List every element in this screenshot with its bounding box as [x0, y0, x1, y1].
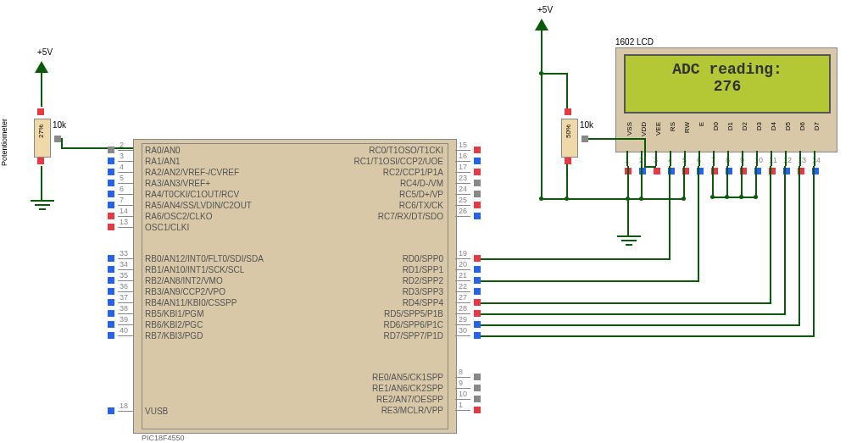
pin-RD7/SPP7/P1D: RD7/SPP7/P1D [383, 331, 443, 341]
lcd-pin-VEE: VEE [654, 122, 662, 136]
wire [541, 30, 542, 200]
pot2-pin-bottom [565, 158, 571, 164]
pin-vusb: VUSB [145, 407, 168, 416]
pot2-reading: 50% [565, 125, 572, 138]
pin-indicator [108, 202, 114, 208]
lcd-pin-D5: D5 [784, 122, 792, 130]
power-5v-right: +5V [537, 5, 553, 14]
pin-RB3/AN9/CCP2/VPO: RB3/AN9/CCP2/VPO [145, 287, 225, 296]
wire [755, 166, 757, 198]
pot2-pin-top [565, 108, 571, 115]
pin-RE0/AN5/CK1SPP: RE0/AN5/CK1SPP [372, 373, 443, 382]
pin-OSC1/CLKI: OSC1/CLKI [145, 223, 189, 232]
pin-RD0/SPP0: RD0/SPP0 [403, 254, 443, 263]
lcd-pin-VDD: VDD [640, 122, 648, 136]
wire [683, 166, 685, 200]
pin-indicator [108, 147, 114, 153]
pot2-resistance: 10k [580, 120, 593, 130]
wire [726, 166, 728, 198]
pin-RD2/SPP2: RD2/SPP2 [403, 276, 443, 285]
pin-RC4/D-/VM: RC4/D-/VM [400, 179, 443, 188]
pin-RD5/SPP5/P1B: RD5/SPP5/P1B [384, 309, 443, 318]
pin-RC2/CCP1/P1A: RC2/CCP1/P1A [383, 168, 443, 177]
pin-indicator [474, 299, 481, 306]
pin-indicator [108, 310, 114, 317]
potentiometer-caption: Potentiometer [0, 119, 8, 166]
wire [712, 166, 714, 198]
pin-indicator [108, 277, 114, 284]
pin-indicator [108, 180, 114, 186]
wire [41, 73, 42, 107]
pin-indicator [108, 321, 114, 328]
lcd-pin-D0: D0 [712, 122, 720, 130]
pin-RB5/KBI1/PGM: RB5/KBI1/PGM [145, 309, 203, 318]
wire [541, 198, 542, 200]
pin-RD1/SPP1: RD1/SPP1 [403, 265, 443, 274]
pin-RC7/RX/DT/SDO: RC7/RX/DT/SDO [378, 212, 443, 221]
pin-indicator [474, 374, 481, 380]
pin-RB1/AN10/INT1/SCK/SCL: RB1/AN10/INT1/SCK/SCL [145, 265, 244, 274]
wire [566, 73, 568, 108]
pin-RA0/AN0: RA0/AN0 [145, 146, 181, 155]
ground-icon [31, 200, 54, 215]
pin-RC1/T1OSI/CCP2/UOE: RC1/T1OSI/CCP2/UOE [353, 157, 443, 166]
pot-resistance: 10k [53, 120, 66, 130]
wire [644, 166, 656, 168]
pin-RD3/SPP3: RD3/SPP3 [403, 287, 443, 296]
pin-indicator [474, 255, 481, 262]
pin-indicator [474, 288, 481, 295]
pin-RA2/AN2/VREF-/CVREF: RA2/AN2/VREF-/CVREF [145, 168, 239, 177]
power-arrow-icon [35, 61, 48, 73]
ground-icon [617, 235, 641, 251]
junction-dot [639, 197, 643, 201]
pin-indicator [474, 147, 481, 153]
pin-RC0/T1OSO/T1CKI: RC0/T1OSO/T1CKI [369, 146, 443, 155]
junction-dot [739, 195, 743, 199]
pin-indicator [108, 288, 114, 295]
pin-RA1/AN1: RA1/AN1 [145, 157, 181, 166]
pin-RB7/KBI3/PGD: RB7/KBI3/PGD [145, 331, 203, 341]
wire [712, 197, 756, 198]
lcd-pin-D3: D3 [755, 122, 763, 130]
pin-RB6/KBI2/PGC: RB6/KBI2/PGC [145, 320, 203, 329]
wire [566, 164, 568, 200]
lcd-caption: 1602 LCD [615, 37, 654, 47]
junction-dot [565, 197, 569, 201]
pot-reading: 27% [37, 125, 45, 138]
pin-indicator [108, 158, 114, 164]
pot-wiper-pin [54, 136, 61, 142]
pin-indicator [108, 332, 114, 339]
pin-RD6/SPP6/P1C: RD6/SPP6/P1C [383, 320, 443, 329]
pin-RE3/MCLR/VPP: RE3/MCLR/VPP [381, 406, 443, 415]
lcd-line2: 276 [626, 78, 829, 95]
wire [644, 138, 646, 168]
pin-RB0/AN12/INT0/FLT0/SDI/SDA: RB0/AN12/INT0/FLT0/SDI/SDA [145, 254, 264, 263]
junction-dot [710, 195, 715, 199]
wire [541, 73, 566, 75]
mcu-name: PIC18F4550 [142, 434, 185, 442]
pin-RD4/SPP4: RD4/SPP4 [403, 298, 443, 307]
pin-RC6/TX/CK: RC6/TX/CK [399, 201, 443, 210]
power-5v-left: +5V [37, 47, 53, 57]
lcd-pin-RS: RS [669, 122, 676, 131]
pin-RA3/AN3/VREF+: RA3/AN3/VREF+ [145, 179, 210, 188]
pot-pin-bottom [37, 158, 44, 164]
wire [641, 166, 643, 200]
wire [627, 198, 685, 200]
wire [541, 198, 629, 200]
pin-indicator [474, 396, 481, 402]
wire [627, 166, 629, 198]
pin-indicator [474, 158, 481, 164]
pin-indicator [474, 277, 481, 284]
pin-RB4/AN11/KBI0/CSSPP: RB4/AN11/KBI0/CSSPP [145, 298, 236, 307]
pot2-wiper-pin [581, 136, 588, 142]
potentiometer-body[interactable]: 27% [34, 119, 51, 158]
pin-indicator [108, 299, 114, 306]
lcd-pin-D1: D1 [726, 122, 734, 130]
pin-RB2/AN8/INT2/VMO: RB2/AN8/INT2/VMO [145, 276, 223, 285]
potentiometer2-body[interactable]: 50% [561, 119, 578, 158]
pin-RE2/AN7/OESPP: RE2/AN7/OESPP [376, 395, 443, 404]
wire [588, 138, 645, 140]
wire [741, 166, 743, 198]
pin-indicator [108, 255, 114, 262]
